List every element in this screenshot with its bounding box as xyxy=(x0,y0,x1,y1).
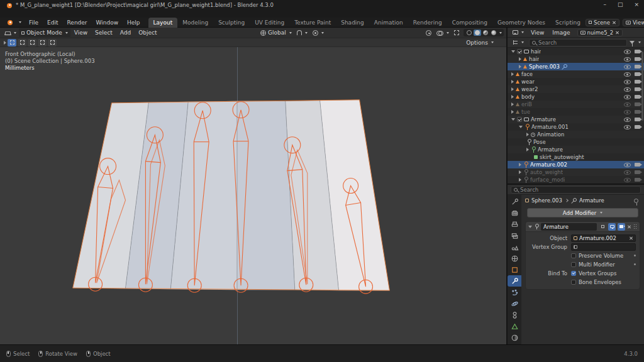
options-dropdown[interactable]: Options xyxy=(466,40,494,46)
bone-envelopes-checkbox[interactable]: Bone Envelopes xyxy=(571,279,621,285)
menu-view[interactable]: View xyxy=(70,30,91,36)
expand-icon[interactable] xyxy=(511,72,514,76)
editor-type-button-image[interactable] xyxy=(510,28,526,37)
multi-modifier-checkbox[interactable]: Multi Modifier xyxy=(571,261,615,268)
tab-tool[interactable] xyxy=(508,196,521,207)
tool-select-intersect-button[interactable] xyxy=(48,39,57,47)
tab-render[interactable] xyxy=(508,207,521,219)
shading-solid-button[interactable] xyxy=(474,30,481,36)
expand-icon[interactable] xyxy=(511,95,514,99)
modifier-object-field[interactable]: Armature.002 xyxy=(571,234,636,242)
tab-particles[interactable] xyxy=(508,287,521,298)
expand-icon[interactable] xyxy=(511,80,514,84)
outliner-row-face[interactable]: face xyxy=(508,70,644,78)
outliner-display-mode-button[interactable] xyxy=(511,38,526,47)
editor-type-button[interactable] xyxy=(3,28,19,37)
scene-selector[interactable]: Scene xyxy=(586,19,619,26)
expand-icon[interactable] xyxy=(511,110,514,114)
workspace-tab-sculpting[interactable]: Sculpting xyxy=(213,18,250,28)
viewport-scene[interactable] xyxy=(0,47,506,344)
transform-orientation-selector[interactable]: Global xyxy=(258,28,294,37)
outliner-search-input[interactable] xyxy=(538,40,624,46)
workspace-tab-modeling[interactable]: Modeling xyxy=(177,18,213,28)
breadcrumb-data[interactable]: Armature xyxy=(579,197,604,204)
add-modifier-button[interactable]: Add Modifier xyxy=(527,208,638,217)
disable-render-icon[interactable] xyxy=(635,102,640,106)
hide-eye-icon[interactable] xyxy=(624,87,631,92)
expand-icon[interactable] xyxy=(519,57,521,61)
expand-icon[interactable] xyxy=(511,102,514,106)
expand-icon[interactable] xyxy=(511,50,515,53)
vertex-groups-checkbox[interactable]: Vertex Groups xyxy=(571,270,616,277)
hide-eye-icon[interactable] xyxy=(624,65,631,69)
tab-physics[interactable] xyxy=(508,298,521,309)
tool-select-extend-button[interactable] xyxy=(18,39,26,47)
outliner-row-armature-001[interactable]: Armature.001 xyxy=(508,123,644,131)
outliner-row-animation[interactable]: Animation xyxy=(508,131,644,138)
hide-eye-icon[interactable] xyxy=(624,178,631,182)
maximize-button[interactable]: □ xyxy=(618,1,623,8)
disable-render-icon[interactable] xyxy=(635,65,640,69)
disable-render-icon[interactable] xyxy=(635,95,640,99)
hide-eye-icon[interactable] xyxy=(624,163,631,167)
tool-select-set-button[interactable] xyxy=(8,39,16,47)
menu-select[interactable]: Select xyxy=(91,30,116,36)
workspace-tab-shading[interactable]: Shading xyxy=(336,18,369,28)
expand-icon[interactable] xyxy=(519,170,521,174)
viewport-canvas[interactable]: Front Orthographic (Local) (0) Scene Col… xyxy=(0,47,506,344)
outliner-row-furface-modi[interactable]: furface_modi xyxy=(508,176,644,184)
expand-icon[interactable] xyxy=(519,65,521,69)
properties-search-input[interactable] xyxy=(520,187,638,193)
shading-material-button[interactable] xyxy=(482,30,489,36)
outliner-row-wear2[interactable]: wear2 xyxy=(508,85,644,93)
disable-render-icon[interactable] xyxy=(635,178,640,182)
shading-rendered-button[interactable] xyxy=(490,30,497,36)
outliner-row-auto-weight[interactable]: auto_weight xyxy=(508,168,644,176)
menu-file[interactable]: File xyxy=(25,18,43,28)
breadcrumb-object[interactable]: Sphere.003 xyxy=(531,197,562,204)
view-layer-selector[interactable]: ViewLayer xyxy=(623,19,644,26)
workspace-tab-rendering[interactable]: Rendering xyxy=(408,18,447,28)
disable-render-icon[interactable] xyxy=(635,163,640,167)
tool-select-subtract-button[interactable] xyxy=(28,39,36,47)
menu-image[interactable]: Image xyxy=(548,30,574,36)
outliner-search[interactable] xyxy=(529,39,627,47)
menu-add[interactable]: Add xyxy=(116,30,135,36)
expand-icon[interactable] xyxy=(519,126,523,128)
tab-modifiers[interactable] xyxy=(508,275,521,287)
collapse-icon[interactable] xyxy=(528,226,532,228)
modifier-extras-icon[interactable] xyxy=(633,224,637,229)
outliner-row-tue[interactable]: tue xyxy=(508,108,644,116)
tab-output[interactable] xyxy=(508,219,521,230)
outliner-row-skirt-autoweight[interactable]: skirt_autoweight xyxy=(508,153,644,161)
modifier-name-field[interactable]: Armature xyxy=(541,223,597,231)
outliner-row-sphere-003[interactable]: Sphere.003 xyxy=(508,63,644,70)
expand-icon[interactable] xyxy=(519,178,521,182)
animate-dot-icon[interactable] xyxy=(634,263,636,265)
hide-eye-icon[interactable] xyxy=(624,80,631,84)
workspace-tab-uv-editing[interactable]: UV Editing xyxy=(250,18,289,28)
outliner-scrollbar[interactable] xyxy=(641,52,643,121)
proportional-editing-button[interactable] xyxy=(310,28,326,37)
tab-view-layer[interactable] xyxy=(508,230,521,241)
menu-render[interactable]: Render xyxy=(63,18,92,28)
preserve-volume-checkbox[interactable]: Preserve Volume xyxy=(571,253,623,259)
image-selector[interactable]: nuime5_2 xyxy=(577,29,623,36)
snap-button[interactable] xyxy=(294,28,310,37)
hide-eye-icon[interactable] xyxy=(624,118,631,122)
outliner-row-wear[interactable]: wear xyxy=(508,78,644,85)
filter-chevron-icon[interactable] xyxy=(638,41,641,43)
outliner-row-pose[interactable]: Pose xyxy=(508,138,644,146)
menu-view-image[interactable]: View xyxy=(527,30,548,36)
outliner-row-collection-hair[interactable]: hair xyxy=(508,48,644,55)
hide-eye-icon[interactable] xyxy=(624,95,631,99)
unlink-scene-icon[interactable] xyxy=(612,20,616,25)
workspace-tab-scripting[interactable]: Scripting xyxy=(550,18,586,28)
toolbar-expand-icon[interactable] xyxy=(4,41,6,45)
expand-icon[interactable] xyxy=(526,133,529,136)
edit-mode-toggle[interactable] xyxy=(599,223,606,231)
disable-render-icon[interactable] xyxy=(635,125,640,129)
collection-checkbox[interactable] xyxy=(517,49,522,54)
expand-icon[interactable] xyxy=(511,118,515,121)
tab-object[interactable] xyxy=(508,264,521,275)
